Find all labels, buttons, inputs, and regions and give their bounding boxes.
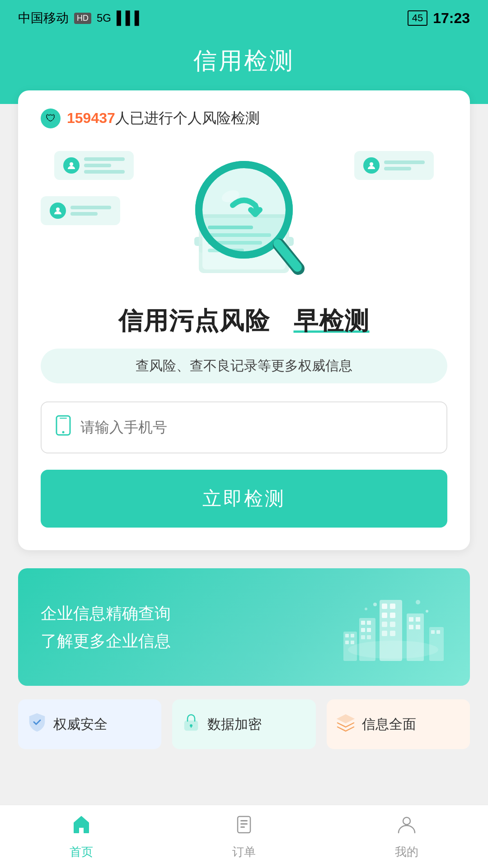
- feature-label-complete: 信息全面: [362, 715, 416, 734]
- nav-item-home[interactable]: 首页: [0, 814, 163, 860]
- svg-point-60: [403, 817, 410, 825]
- battery-indicator: 45: [408, 10, 427, 26]
- nav-item-profile[interactable]: 我的: [325, 814, 488, 860]
- svg-point-52: [365, 608, 367, 610]
- svg-point-1: [370, 162, 373, 166]
- line: [84, 170, 125, 174]
- svg-rect-23: [345, 641, 349, 644]
- svg-rect-44: [409, 625, 413, 629]
- svg-point-0: [70, 162, 73, 166]
- svg-rect-26: [361, 621, 365, 625]
- phone-input[interactable]: [80, 419, 433, 436]
- shield-icon: [41, 108, 61, 128]
- main-title-highlight: 早检测: [294, 307, 370, 334]
- lines-3: [70, 206, 111, 216]
- order-icon: [233, 814, 255, 840]
- profile-card-1: [54, 151, 134, 180]
- main-card: 159437人已进行个人风险检测: [18, 90, 470, 550]
- main-title: 信用污点风险 早检测: [41, 305, 447, 338]
- status-bar: 中国移动 HD 5G ▌▌▌ 45 17:23: [0, 0, 488, 36]
- layers-icon: [336, 712, 356, 736]
- feature-cards: 权威安全 数据加密 信息全面: [18, 699, 470, 749]
- enterprise-banner[interactable]: 企业信息精确查询 了解更多企业信息: [18, 568, 470, 686]
- line: [84, 164, 111, 167]
- svg-rect-42: [409, 617, 413, 622]
- avatar-1: [63, 157, 80, 174]
- illustration: [41, 142, 447, 296]
- carrier-info: 中国移动 HD 5G ▌▌▌: [18, 9, 144, 27]
- svg-rect-29: [367, 628, 371, 632]
- risk-notice-text: 159437人已进行个人风险检测: [67, 108, 260, 128]
- svg-point-49: [373, 603, 377, 606]
- svg-rect-43: [416, 617, 420, 622]
- avatar-2: [363, 157, 380, 174]
- svg-rect-58: [240, 823, 248, 825]
- svg-rect-48: [436, 630, 440, 634]
- svg-rect-39: [382, 631, 387, 636]
- svg-rect-21: [345, 634, 349, 637]
- svg-rect-34: [390, 604, 395, 609]
- line: [84, 157, 125, 161]
- enterprise-line1: 企业信息精确查询: [41, 599, 171, 627]
- lines-1: [84, 157, 125, 174]
- svg-rect-33: [382, 604, 387, 609]
- lock-icon: [181, 712, 201, 736]
- feature-card-complete: 信息全面: [327, 699, 470, 749]
- svg-rect-55: [191, 726, 192, 728]
- svg-rect-45: [416, 625, 420, 629]
- svg-rect-32: [380, 600, 402, 661]
- feature-card-security: 权威安全: [18, 699, 161, 749]
- nav-item-orders[interactable]: 订单: [163, 814, 325, 860]
- line: [70, 206, 111, 209]
- nav-label-home: 首页: [70, 844, 93, 860]
- nav-label-orders: 订单: [232, 844, 256, 860]
- hd-badge: HD: [74, 13, 91, 24]
- phone-input-container[interactable]: [41, 401, 447, 453]
- svg-rect-38: [390, 622, 395, 627]
- svg-rect-36: [390, 613, 395, 618]
- svg-rect-57: [240, 820, 248, 821]
- svg-rect-28: [361, 628, 365, 632]
- svg-rect-22: [351, 634, 354, 637]
- carrier-name: 中国移动: [18, 9, 69, 27]
- svg-point-50: [416, 600, 420, 604]
- enterprise-line2: 了解更多企业信息: [41, 627, 171, 655]
- detect-button[interactable]: 立即检测: [41, 470, 447, 528]
- svg-rect-37: [382, 622, 387, 627]
- line: [384, 167, 411, 170]
- feature-card-encryption: 数据加密: [172, 699, 315, 749]
- magnifier-illustration: [136, 146, 352, 291]
- line: [384, 160, 425, 164]
- status-right: 45 17:23: [408, 10, 470, 27]
- svg-rect-59: [240, 826, 245, 828]
- shield-icon: [27, 712, 47, 736]
- network-type: 5G: [97, 12, 111, 24]
- bottom-navigation: 首页 订单 我的: [0, 805, 488, 868]
- risk-notice-suffix: 人已进行个人风险检测: [115, 110, 260, 126]
- nav-label-profile: 我的: [395, 844, 418, 860]
- building-illustration: [339, 591, 447, 663]
- user-icon: [396, 814, 418, 840]
- profile-card-3: [41, 196, 120, 225]
- svg-point-18: [62, 431, 65, 434]
- svg-point-2: [56, 208, 60, 211]
- line: [70, 212, 98, 216]
- signal-bars: ▌▌▌: [117, 11, 144, 25]
- svg-rect-40: [390, 631, 395, 636]
- svg-rect-27: [367, 621, 371, 625]
- lines-2: [384, 160, 425, 170]
- page-title: 信用检测: [18, 45, 470, 77]
- phone-icon: [55, 415, 71, 440]
- avatar-3: [50, 203, 66, 219]
- feature-label-encryption: 数据加密: [207, 715, 262, 734]
- main-title-text: 信用污点风险: [118, 307, 270, 334]
- subtitle: 查风险、查不良记录等更多权威信息: [41, 349, 447, 383]
- svg-rect-17: [60, 418, 67, 419]
- svg-rect-31: [367, 635, 371, 639]
- home-icon: [70, 814, 92, 840]
- svg-rect-24: [351, 641, 354, 644]
- svg-rect-35: [382, 613, 387, 618]
- enterprise-text: 企业信息精确查询 了解更多企业信息: [41, 599, 171, 655]
- risk-count: 159437: [67, 110, 115, 126]
- svg-rect-47: [431, 630, 435, 634]
